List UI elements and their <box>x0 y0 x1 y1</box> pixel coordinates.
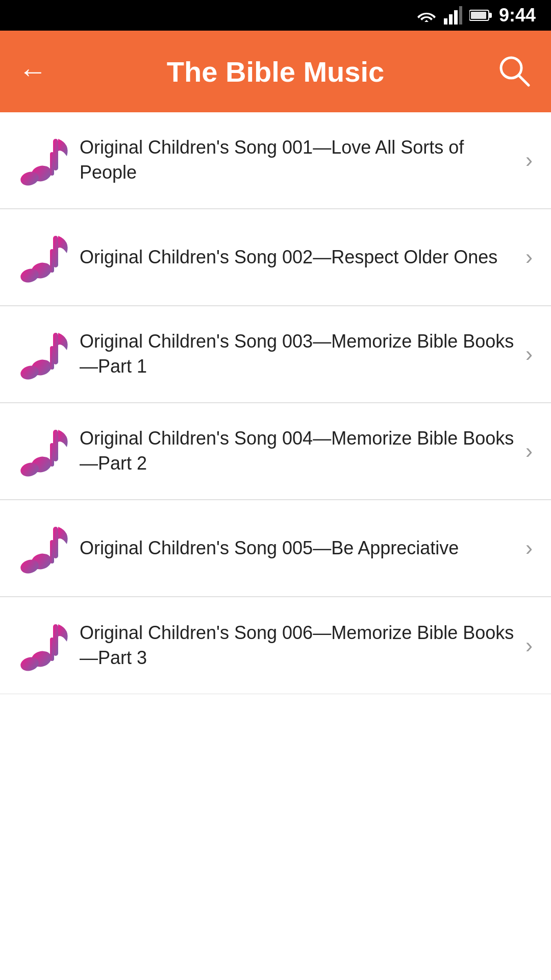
back-button[interactable]: ← <box>18 57 47 86</box>
svg-rect-23 <box>50 443 54 467</box>
list-item[interactable]: Original Children's Song 002—Respect Old… <box>0 209 551 306</box>
status-time: 9:44 <box>499 5 536 26</box>
chevron-right-icon: › <box>525 245 533 270</box>
chevron-right-icon: › <box>525 342 533 366</box>
svg-rect-11 <box>50 152 54 176</box>
music-note-icon <box>18 324 80 385</box>
list-item[interactable]: Original Children's Song 003—Memorize Bi… <box>0 306 551 403</box>
chevron-right-icon: › <box>525 439 533 463</box>
song-title: Original Children's Song 001—Love All So… <box>80 135 517 185</box>
signal-icon <box>444 6 462 24</box>
app-bar-title: The Bible Music <box>67 55 484 88</box>
wifi-icon <box>416 8 437 23</box>
svg-rect-31 <box>50 638 54 661</box>
song-title: Original Children's Song 002—Respect Old… <box>80 245 517 270</box>
status-bar: 9:44 <box>0 0 551 31</box>
music-note-icon <box>18 227 80 288</box>
svg-rect-2 <box>454 10 458 24</box>
app-bar: ← The Bible Music <box>0 31 551 112</box>
svg-rect-0 <box>444 18 447 24</box>
song-title: Original Children's Song 004—Memorize Bi… <box>80 426 517 476</box>
list-item[interactable]: Original Children's Song 006—Memorize Bi… <box>0 597 551 694</box>
list-item[interactable]: Original Children's Song 005—Be Apprecia… <box>0 500 551 597</box>
search-icon <box>497 54 533 89</box>
svg-rect-15 <box>50 249 54 273</box>
song-title: Original Children's Song 003—Memorize Bi… <box>80 329 517 379</box>
svg-rect-5 <box>489 13 492 18</box>
list-item[interactable]: Original Children's Song 001—Love All So… <box>0 112 551 209</box>
svg-rect-27 <box>50 540 54 564</box>
svg-rect-6 <box>471 12 486 19</box>
music-note-icon <box>18 130 80 191</box>
music-note-icon <box>18 421 80 482</box>
status-icons: 9:44 <box>416 5 536 26</box>
song-title: Original Children's Song 005—Be Apprecia… <box>80 536 517 561</box>
svg-rect-19 <box>50 346 54 370</box>
chevron-right-icon: › <box>525 148 533 173</box>
music-note-icon <box>18 615 80 676</box>
svg-rect-1 <box>449 14 453 24</box>
song-list: Original Children's Song 001—Love All So… <box>0 112 551 694</box>
list-item[interactable]: Original Children's Song 004—Memorize Bi… <box>0 403 551 500</box>
svg-rect-3 <box>459 6 462 24</box>
chevron-right-icon: › <box>525 536 533 560</box>
song-title: Original Children's Song 006—Memorize Bi… <box>80 621 517 670</box>
search-button[interactable] <box>497 54 533 89</box>
battery-icon <box>469 8 492 22</box>
svg-line-8 <box>519 76 529 85</box>
music-note-icon <box>18 518 80 579</box>
chevron-right-icon: › <box>525 633 533 658</box>
